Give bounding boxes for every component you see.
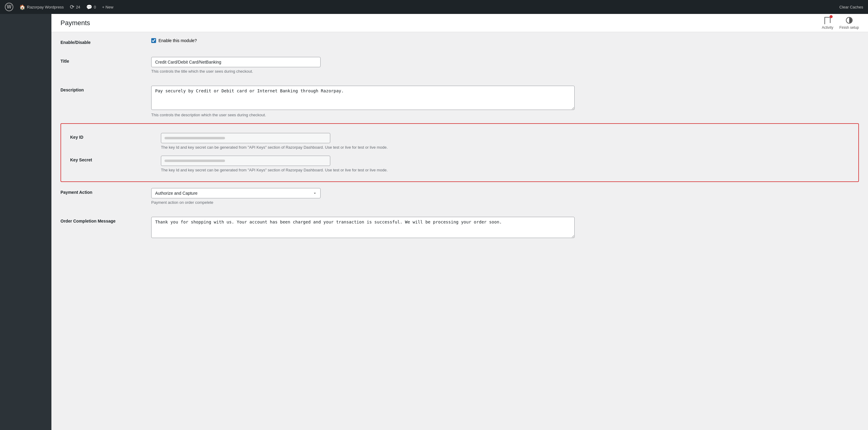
- key-id-label: Key ID: [70, 133, 155, 140]
- updates-item[interactable]: ⟳ 24: [70, 4, 80, 10]
- enable-checkbox-row: Enable this module?: [151, 38, 859, 43]
- form-area: Enable/Disable Enable this module? Title…: [52, 32, 868, 245]
- title-help: This controls the title which the user s…: [151, 69, 859, 74]
- description-help: This controls the description which the …: [151, 113, 859, 117]
- page-title: Payments: [61, 19, 90, 27]
- order-completion-row: Order Completion Message Thank you for s…: [52, 211, 868, 245]
- order-completion-content: Thank you for shopping with us. Your acc…: [151, 217, 859, 239]
- key-secret-content: The key Id and key secret can be generat…: [161, 156, 849, 172]
- activity-button[interactable]: Activity: [822, 16, 833, 30]
- comments-item[interactable]: 💬 0: [86, 4, 96, 10]
- finish-setup-icon-wrap: [845, 16, 854, 25]
- enable-disable-label: Enable/Disable: [61, 38, 145, 45]
- sidebar: [0, 14, 52, 430]
- clear-caches-button[interactable]: Clear Caches: [839, 5, 863, 9]
- enable-disable-content: Enable this module?: [151, 38, 859, 43]
- key-secret-input-wrapper: [161, 156, 330, 166]
- header-actions: Activity Finish setup: [822, 16, 859, 30]
- description-label: Description: [61, 86, 145, 92]
- finish-setup-icon: [846, 17, 852, 24]
- activity-flag-icon: [825, 17, 831, 24]
- site-name[interactable]: 🏠 Razorpay Wordpress: [19, 4, 64, 10]
- payment-action-help: Payment action on order compelete: [151, 200, 859, 205]
- payment-action-row: Payment Action Authorize and Capture Aut…: [52, 182, 868, 211]
- new-item[interactable]: + New: [102, 5, 114, 9]
- key-id-row: Key ID The key Id and key secret can be …: [70, 130, 849, 153]
- key-secret-overlay: [164, 160, 225, 162]
- key-id-content: The key Id and key secret can be generat…: [161, 133, 849, 150]
- main-wrapper: Payments Activity Finish setup Enable/Di…: [52, 14, 868, 430]
- payment-action-content: Authorize and Capture Authorize Only Pay…: [151, 188, 859, 205]
- key-id-overlay: [164, 137, 225, 139]
- enable-checkbox-label: Enable this module?: [158, 38, 197, 43]
- description-textarea[interactable]: Pay securely by Credit or Debit card or …: [151, 86, 575, 110]
- title-label: Title: [61, 57, 145, 64]
- finish-setup-button[interactable]: Finish setup: [839, 16, 859, 30]
- content-header: Payments Activity Finish setup: [52, 14, 868, 32]
- activity-badge: [830, 15, 833, 18]
- api-keys-section: Key ID The key Id and key secret can be …: [61, 123, 859, 182]
- title-row: Title This controls the title which the …: [52, 51, 868, 80]
- activity-icon-wrap: [823, 16, 832, 25]
- enable-disable-row: Enable/Disable Enable this module?: [52, 32, 868, 51]
- description-content: Pay securely by Credit or Debit card or …: [151, 86, 859, 117]
- wp-logo-icon: W: [5, 3, 13, 11]
- description-row: Description Pay securely by Credit or De…: [52, 80, 868, 123]
- payment-action-select[interactable]: Authorize and Capture Authorize Only: [151, 188, 320, 198]
- payment-action-label: Payment Action: [61, 188, 145, 195]
- key-secret-help: The key Id and key secret can be generat…: [161, 168, 849, 172]
- order-completion-label: Order Completion Message: [61, 217, 145, 224]
- title-input[interactable]: [151, 57, 320, 67]
- enable-checkbox[interactable]: [151, 38, 156, 43]
- key-secret-label: Key Secret: [70, 156, 155, 162]
- order-completion-textarea[interactable]: Thank you for shopping with us. Your acc…: [151, 217, 575, 238]
- key-id-help: The key Id and key secret can be generat…: [161, 145, 849, 150]
- key-id-input-wrapper: [161, 133, 330, 143]
- admin-bar: W 🏠 Razorpay Wordpress ⟳ 24 💬 0 + New Cl…: [0, 0, 868, 14]
- title-content: This controls the title which the user s…: [151, 57, 859, 74]
- key-secret-row: Key Secret The key Id and key secret can…: [70, 153, 849, 175]
